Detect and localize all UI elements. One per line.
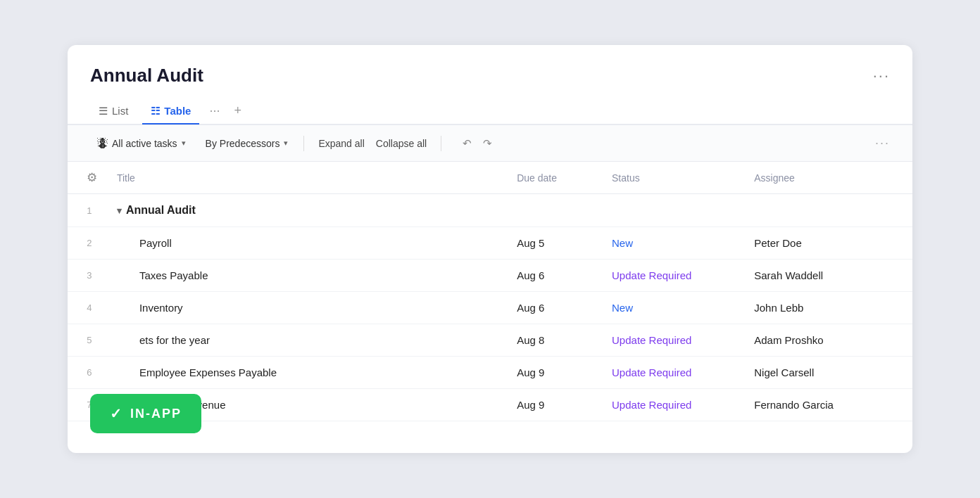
expand-all-button[interactable]: Expand all <box>313 134 370 153</box>
collapse-arrow-icon[interactable]: ▾ <box>117 205 122 216</box>
table-row[interactable]: 3Taxes PayableAug 6Update RequiredSarah … <box>68 260 912 292</box>
row-status[interactable]: Update Required <box>612 357 754 389</box>
table-row[interactable]: 2PayrollAug 5NewPeter Doe <box>68 227 912 260</box>
row-number: 3 <box>68 260 106 292</box>
inapp-label: IN-APP <box>130 407 182 421</box>
row-due-date: Aug 9 <box>517 389 612 421</box>
row-title: Employee Expenses Payable <box>106 357 517 389</box>
row-title: Payroll <box>106 227 517 260</box>
table-row[interactable]: 6Employee Expenses PayableAug 9Update Re… <box>68 357 912 389</box>
row-assignee: Peter Doe <box>754 227 912 260</box>
row-due-date: Aug 8 <box>517 324 612 357</box>
list-icon: ☰ <box>99 105 108 117</box>
tabs-add-button[interactable]: + <box>230 98 246 124</box>
row-number: 1 <box>68 194 106 227</box>
undo-button[interactable]: ↶ <box>458 134 476 153</box>
row-due-date: Aug 5 <box>517 227 612 260</box>
row-due-date: Aug 6 <box>517 292 612 324</box>
tab-table[interactable]: ☷ Table <box>142 99 199 124</box>
settings-icon[interactable]: ⚙ <box>87 171 97 184</box>
row-due-date: Aug 6 <box>517 260 612 292</box>
row-title: ▾Annual Audit <box>106 194 517 227</box>
col-header-title: Title <box>106 162 517 194</box>
main-card: Annual Audit ··· ☰ List ☷ Table ··· + ⛇ … <box>68 45 912 453</box>
row-number: 2 <box>68 227 106 260</box>
tab-list[interactable]: ☰ List <box>90 99 137 124</box>
row-status[interactable]: New <box>612 227 754 260</box>
table-row[interactable]: 5ets for the yearAug 8Update RequiredAda… <box>68 324 912 357</box>
filter-icon: ⛇ <box>97 137 108 149</box>
row-status[interactable]: Update Required <box>612 389 754 421</box>
table-icon: ☷ <box>151 105 160 117</box>
row-title: Taxes Payable <box>106 260 517 292</box>
check-icon: ✓ <box>110 405 123 422</box>
toolbar: ⛇ All active tasks ▾ By Predecessors ▾ E… <box>68 125 912 162</box>
tabs-bar: ☰ List ☷ Table ··· + <box>68 87 912 125</box>
toolbar-more-button[interactable]: ··· <box>875 136 890 151</box>
row-due-date: Aug 9 <box>517 357 612 389</box>
row-status[interactable]: New <box>612 292 754 324</box>
redo-button[interactable]: ↷ <box>479 134 496 153</box>
table-row[interactable]: 4InventoryAug 6NewJohn Lebb <box>68 292 912 324</box>
undo-redo-group: ↶ ↷ <box>458 134 496 153</box>
toolbar-divider2 <box>441 136 441 151</box>
page-title: Annual Audit <box>90 65 203 87</box>
row-assignee: Fernando Garcia <box>754 389 912 421</box>
toolbar-divider <box>303 136 304 151</box>
inapp-badge: ✓ IN-APP <box>90 394 201 433</box>
filter-button[interactable]: ⛇ All active tasks ▾ <box>90 134 193 153</box>
col-header-due: Due date <box>517 162 612 194</box>
sort-chevron-icon: ▾ <box>284 139 288 148</box>
row-assignee: John Lebb <box>754 292 912 324</box>
row-assignee: Adam Proshko <box>754 324 912 357</box>
row-number: 4 <box>68 292 106 324</box>
row-status[interactable]: Update Required <box>612 324 754 357</box>
header-more-button[interactable]: ··· <box>873 67 890 85</box>
row-assignee: Nigel Carsell <box>754 357 912 389</box>
table-header-row: ⚙ Title Due date Status Assignee <box>68 162 912 194</box>
table-row[interactable]: 1▾Annual Audit <box>68 194 912 227</box>
row-assignee <box>754 194 912 227</box>
tabs-more-button[interactable]: ··· <box>205 98 224 124</box>
col-header-status: Status <box>612 162 754 194</box>
col-header-assignee: Assignee <box>754 162 912 194</box>
card-header: Annual Audit ··· <box>68 45 912 87</box>
row-assignee: Sarah Waddell <box>754 260 912 292</box>
col-settings: ⚙ <box>68 162 106 194</box>
filter-label: All active tasks <box>112 138 177 149</box>
collapse-all-button[interactable]: Collapse all <box>370 134 432 153</box>
row-due-date <box>517 194 612 227</box>
row-number: 5 <box>68 324 106 357</box>
row-status[interactable] <box>612 194 754 227</box>
row-title: Inventory <box>106 292 517 324</box>
row-title: ets for the year <box>106 324 517 357</box>
row-number: 6 <box>68 357 106 389</box>
row-status[interactable]: Update Required <box>612 260 754 292</box>
sort-label: By Predecessors <box>206 138 280 149</box>
task-table: ⚙ Title Due date Status Assignee 1▾Annua… <box>68 162 912 421</box>
filter-chevron-icon: ▾ <box>182 139 186 148</box>
sort-button[interactable]: By Predecessors ▾ <box>199 134 296 153</box>
